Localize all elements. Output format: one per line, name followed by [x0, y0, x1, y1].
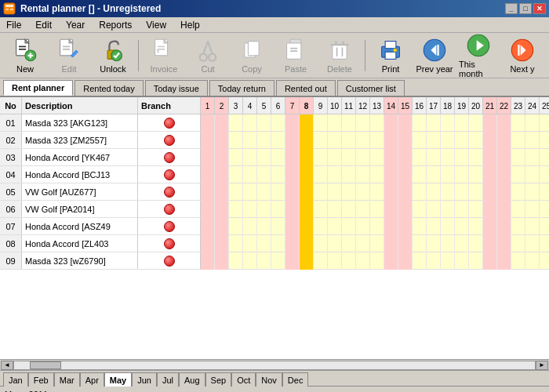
row-day-15[interactable] [398, 132, 413, 149]
toolbar-next-y-button[interactable]: Next y [502, 36, 543, 75]
row-day-16[interactable] [413, 149, 427, 166]
row-day-14[interactable] [384, 114, 398, 132]
month-tab-may[interactable]: May [104, 372, 132, 387]
row-day-12[interactable] [356, 183, 370, 201]
row-day-14[interactable] [384, 166, 398, 183]
row-day-1[interactable] [201, 183, 215, 201]
row-day-13[interactable] [370, 114, 384, 132]
row-day-1[interactable] [201, 114, 215, 132]
row-day-22[interactable] [497, 132, 511, 149]
month-tab-feb[interactable]: Feb [28, 372, 54, 387]
row-day-15[interactable] [398, 149, 413, 166]
row-day-15[interactable] [398, 114, 413, 132]
row-day-4[interactable] [243, 252, 257, 270]
row-day-5[interactable] [257, 149, 271, 166]
row-day-7[interactable] [285, 218, 300, 235]
month-tab-mar[interactable]: Mar [54, 372, 80, 387]
row-day-18[interactable] [441, 235, 455, 252]
row-day-10[interactable] [328, 218, 342, 235]
row-day-2[interactable] [215, 235, 229, 252]
table-row[interactable]: 02Masda 323 [ZM2557] [0, 132, 549, 149]
row-day-3[interactable] [229, 183, 243, 201]
row-day-19[interactable] [455, 201, 469, 218]
row-day-1[interactable] [201, 218, 215, 235]
row-day-12[interactable] [356, 166, 370, 183]
table-row[interactable]: 08Honda Accord [ZL403 [0, 235, 549, 252]
row-day-11[interactable] [342, 252, 356, 270]
row-day-6[interactable] [271, 166, 285, 183]
row-day-23[interactable] [511, 114, 525, 132]
row-day-22[interactable] [497, 218, 511, 235]
row-day-17[interactable] [427, 132, 441, 149]
row-day-18[interactable] [441, 149, 455, 166]
row-day-15[interactable] [398, 166, 413, 183]
row-day-3[interactable] [229, 114, 243, 132]
minimize-button[interactable]: _ [505, 3, 518, 14]
row-day-1[interactable] [201, 149, 215, 166]
row-day-4[interactable] [243, 114, 257, 132]
row-day-8[interactable] [300, 201, 314, 218]
row-day-18[interactable] [441, 132, 455, 149]
row-day-16[interactable] [413, 183, 427, 201]
table-row[interactable]: 06VW Golf [PA2014] [0, 201, 549, 218]
row-day-11[interactable] [342, 201, 356, 218]
row-day-21[interactable] [483, 166, 497, 183]
row-day-16[interactable] [413, 201, 427, 218]
scroll-left-button[interactable]: ◄ [1, 361, 13, 370]
tab-today-issue[interactable]: Today issue [145, 80, 208, 96]
row-day-4[interactable] [243, 149, 257, 166]
row-day-19[interactable] [455, 132, 469, 149]
row-day-17[interactable] [427, 166, 441, 183]
row-day-4[interactable] [243, 235, 257, 252]
horizontal-scrollbar[interactable]: ◄ ► [0, 359, 549, 370]
row-day-18[interactable] [441, 183, 455, 201]
table-row[interactable]: 01Masda 323 [AKG123] [0, 114, 549, 132]
month-tab-jul[interactable]: Jul [157, 372, 179, 387]
menu-item-file[interactable]: File [3, 18, 24, 32]
row-day-7[interactable] [285, 166, 300, 183]
row-day-19[interactable] [455, 235, 469, 252]
menu-item-view[interactable]: View [143, 18, 169, 32]
toolbar-this-month-button[interactable]: This month [458, 36, 499, 75]
table-row[interactable]: 03Honda Accord [YK467 [0, 149, 549, 166]
month-tab-aug[interactable]: Aug [179, 372, 205, 387]
row-day-16[interactable] [413, 252, 427, 270]
row-day-24[interactable] [525, 201, 540, 218]
row-day-5[interactable] [257, 166, 271, 183]
row-day-16[interactable] [413, 114, 427, 132]
table-row[interactable]: 09Masda 323 [wZ6790] [0, 252, 549, 270]
row-day-2[interactable] [215, 252, 229, 270]
row-day-5[interactable] [257, 252, 271, 270]
row-day-25[interactable] [540, 235, 549, 252]
row-day-16[interactable] [413, 235, 427, 252]
tab-customer-list[interactable]: Customer list [337, 80, 405, 96]
row-day-18[interactable] [441, 166, 455, 183]
row-day-7[interactable] [285, 201, 300, 218]
row-day-1[interactable] [201, 166, 215, 183]
row-day-20[interactable] [469, 183, 483, 201]
row-day-4[interactable] [243, 132, 257, 149]
month-tab-dec[interactable]: Dec [282, 372, 309, 387]
row-day-12[interactable] [356, 132, 370, 149]
row-day-10[interactable] [328, 132, 342, 149]
month-tab-jan[interactable]: Jan [3, 372, 28, 387]
row-day-25[interactable] [540, 149, 549, 166]
row-day-7[interactable] [285, 132, 300, 149]
row-day-16[interactable] [413, 132, 427, 149]
row-day-17[interactable] [427, 201, 441, 218]
row-day-7[interactable] [285, 114, 300, 132]
row-day-5[interactable] [257, 218, 271, 235]
row-day-25[interactable] [540, 252, 549, 270]
row-day-18[interactable] [441, 114, 455, 132]
row-day-12[interactable] [356, 149, 370, 166]
row-day-24[interactable] [525, 252, 540, 270]
row-day-13[interactable] [370, 218, 384, 235]
toolbar-print-button[interactable]: Print [370, 36, 411, 75]
row-day-21[interactable] [483, 235, 497, 252]
table-row[interactable]: 04Honda Accord [BCJ13 [0, 166, 549, 183]
row-day-12[interactable] [356, 201, 370, 218]
menu-item-year[interactable]: Year [63, 18, 88, 32]
row-day-9[interactable] [314, 114, 328, 132]
row-day-8[interactable] [300, 114, 314, 132]
row-day-6[interactable] [271, 132, 285, 149]
